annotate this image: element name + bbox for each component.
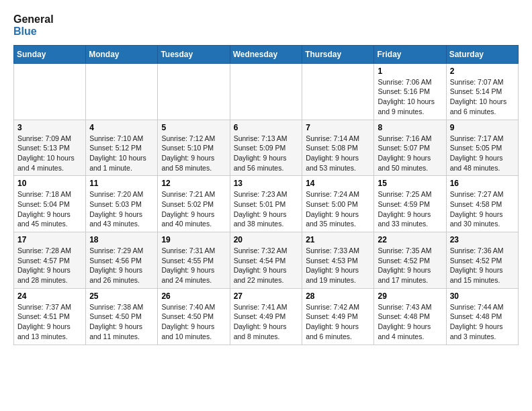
day-cell [230, 63, 302, 120]
day-cell: 20Sunrise: 7:32 AMSunset: 4:54 PMDayligh… [230, 232, 302, 289]
day-number: 20 [234, 235, 299, 244]
day-info: Sunrise: 7:06 AMSunset: 5:16 PMDaylight:… [378, 77, 442, 117]
day-info: Sunrise: 7:23 AMSunset: 5:01 PMDaylight:… [234, 189, 299, 229]
day-cell: 21Sunrise: 7:33 AMSunset: 4:53 PMDayligh… [302, 232, 374, 289]
weekday-header-saturday: Saturday [446, 45, 518, 63]
day-info: Sunrise: 7:36 AMSunset: 4:52 PMDaylight:… [450, 246, 515, 285]
day-info: Sunrise: 7:44 AMSunset: 4:48 PMDaylight:… [450, 302, 515, 342]
day-number: 26 [161, 291, 226, 301]
day-cell: 16Sunrise: 7:27 AMSunset: 4:58 PMDayligh… [446, 176, 518, 232]
page-header: GeneralBlue [13, 13, 519, 38]
weekday-header-sunday: Sunday [14, 45, 86, 63]
day-cell: 15Sunrise: 7:25 AMSunset: 4:59 PMDayligh… [374, 176, 446, 232]
day-cell: 19Sunrise: 7:31 AMSunset: 4:55 PMDayligh… [158, 232, 230, 289]
weekday-header-monday: Monday [86, 45, 158, 63]
day-info: Sunrise: 7:35 AMSunset: 4:52 PMDaylight:… [378, 246, 442, 285]
week-row-3: 10Sunrise: 7:18 AMSunset: 5:04 PMDayligh… [14, 176, 519, 232]
day-cell: 18Sunrise: 7:29 AMSunset: 4:56 PMDayligh… [86, 232, 158, 289]
day-number: 19 [161, 235, 226, 244]
day-number: 29 [378, 291, 442, 301]
day-cell: 1Sunrise: 7:06 AMSunset: 5:16 PMDaylight… [374, 63, 446, 120]
day-cell [158, 63, 230, 120]
weekday-header-friday: Friday [374, 45, 446, 63]
day-number: 11 [89, 179, 154, 188]
day-number: 21 [306, 235, 370, 244]
weekday-header-wednesday: Wednesday [230, 45, 302, 63]
day-number: 17 [17, 235, 82, 244]
day-number: 7 [306, 123, 370, 132]
day-number: 15 [378, 179, 442, 188]
calendar-body: 1Sunrise: 7:06 AMSunset: 5:16 PMDaylight… [14, 63, 519, 345]
day-cell [302, 63, 374, 120]
day-cell: 29Sunrise: 7:43 AMSunset: 4:48 PMDayligh… [374, 288, 446, 345]
day-number: 18 [89, 235, 154, 244]
day-cell: 13Sunrise: 7:23 AMSunset: 5:01 PMDayligh… [230, 176, 302, 232]
day-info: Sunrise: 7:33 AMSunset: 4:53 PMDaylight:… [306, 246, 370, 285]
day-number: 2 [450, 66, 515, 76]
day-info: Sunrise: 7:29 AMSunset: 4:56 PMDaylight:… [89, 246, 154, 285]
day-cell: 27Sunrise: 7:41 AMSunset: 4:49 PMDayligh… [230, 288, 302, 345]
day-info: Sunrise: 7:41 AMSunset: 4:49 PMDaylight:… [234, 302, 299, 342]
day-cell: 7Sunrise: 7:14 AMSunset: 5:08 PMDaylight… [302, 120, 374, 176]
day-info: Sunrise: 7:32 AMSunset: 4:54 PMDaylight:… [234, 246, 299, 285]
day-cell: 11Sunrise: 7:20 AMSunset: 5:03 PMDayligh… [86, 176, 158, 232]
day-number: 23 [450, 235, 515, 244]
day-info: Sunrise: 7:09 AMSunset: 5:13 PMDaylight:… [17, 134, 82, 173]
day-cell: 17Sunrise: 7:28 AMSunset: 4:57 PMDayligh… [14, 232, 86, 289]
day-info: Sunrise: 7:27 AMSunset: 4:58 PMDaylight:… [450, 189, 515, 229]
day-number: 8 [378, 123, 442, 132]
day-info: Sunrise: 7:13 AMSunset: 5:09 PMDaylight:… [234, 134, 299, 173]
day-number: 24 [17, 291, 82, 301]
day-cell: 24Sunrise: 7:37 AMSunset: 4:51 PMDayligh… [14, 288, 86, 345]
day-number: 13 [234, 179, 299, 188]
day-number: 6 [234, 123, 299, 132]
day-cell: 26Sunrise: 7:40 AMSunset: 4:50 PMDayligh… [158, 288, 230, 345]
day-info: Sunrise: 7:21 AMSunset: 5:02 PMDaylight:… [161, 189, 226, 229]
logo-general: General [13, 13, 54, 26]
day-cell: 25Sunrise: 7:38 AMSunset: 4:50 PMDayligh… [86, 288, 158, 345]
logo-blue: Blue [13, 26, 54, 38]
day-cell: 2Sunrise: 7:07 AMSunset: 5:14 PMDaylight… [446, 63, 518, 120]
week-row-2: 3Sunrise: 7:09 AMSunset: 5:13 PMDaylight… [14, 120, 519, 176]
day-info: Sunrise: 7:17 AMSunset: 5:05 PMDaylight:… [450, 134, 515, 173]
day-info: Sunrise: 7:43 AMSunset: 4:48 PMDaylight:… [378, 302, 442, 342]
day-info: Sunrise: 7:31 AMSunset: 4:55 PMDaylight:… [161, 246, 226, 285]
day-info: Sunrise: 7:16 AMSunset: 5:07 PMDaylight:… [378, 134, 442, 173]
day-number: 9 [450, 123, 515, 132]
day-number: 4 [89, 123, 154, 132]
calendar-header: SundayMondayTuesdayWednesdayThursdayFrid… [14, 45, 519, 63]
day-number: 14 [306, 179, 370, 188]
day-info: Sunrise: 7:18 AMSunset: 5:04 PMDaylight:… [17, 189, 82, 229]
day-cell: 22Sunrise: 7:35 AMSunset: 4:52 PMDayligh… [374, 232, 446, 289]
header-row: SundayMondayTuesdayWednesdayThursdayFrid… [14, 45, 519, 63]
day-cell: 14Sunrise: 7:24 AMSunset: 5:00 PMDayligh… [302, 176, 374, 232]
day-cell [14, 63, 86, 120]
day-info: Sunrise: 7:10 AMSunset: 5:12 PMDaylight:… [89, 134, 154, 173]
day-cell: 23Sunrise: 7:36 AMSunset: 4:52 PMDayligh… [446, 232, 518, 289]
day-cell: 3Sunrise: 7:09 AMSunset: 5:13 PMDaylight… [14, 120, 86, 176]
day-cell: 4Sunrise: 7:10 AMSunset: 5:12 PMDaylight… [86, 120, 158, 176]
day-number: 22 [378, 235, 442, 244]
day-cell: 30Sunrise: 7:44 AMSunset: 4:48 PMDayligh… [446, 288, 518, 345]
day-cell: 12Sunrise: 7:21 AMSunset: 5:02 PMDayligh… [158, 176, 230, 232]
day-info: Sunrise: 7:20 AMSunset: 5:03 PMDaylight:… [89, 189, 154, 229]
week-row-1: 1Sunrise: 7:06 AMSunset: 5:16 PMDaylight… [14, 63, 519, 120]
day-info: Sunrise: 7:24 AMSunset: 5:00 PMDaylight:… [306, 189, 370, 229]
day-number: 10 [17, 179, 82, 188]
day-number: 25 [89, 291, 154, 301]
day-cell: 28Sunrise: 7:42 AMSunset: 4:49 PMDayligh… [302, 288, 374, 345]
day-info: Sunrise: 7:25 AMSunset: 4:59 PMDaylight:… [378, 189, 442, 229]
day-info: Sunrise: 7:12 AMSunset: 5:10 PMDaylight:… [161, 134, 226, 173]
day-cell: 6Sunrise: 7:13 AMSunset: 5:09 PMDaylight… [230, 120, 302, 176]
day-number: 1 [378, 66, 442, 76]
day-cell: 10Sunrise: 7:18 AMSunset: 5:04 PMDayligh… [14, 176, 86, 232]
day-number: 27 [234, 291, 299, 301]
weekday-header-thursday: Thursday [302, 45, 374, 63]
week-row-4: 17Sunrise: 7:28 AMSunset: 4:57 PMDayligh… [14, 232, 519, 289]
day-cell: 5Sunrise: 7:12 AMSunset: 5:10 PMDaylight… [158, 120, 230, 176]
day-info: Sunrise: 7:28 AMSunset: 4:57 PMDaylight:… [17, 246, 82, 285]
logo: GeneralBlue [13, 13, 54, 38]
day-number: 28 [306, 291, 370, 301]
day-info: Sunrise: 7:42 AMSunset: 4:49 PMDaylight:… [306, 302, 370, 342]
calendar-table: SundayMondayTuesdayWednesdayThursdayFrid… [13, 45, 519, 345]
